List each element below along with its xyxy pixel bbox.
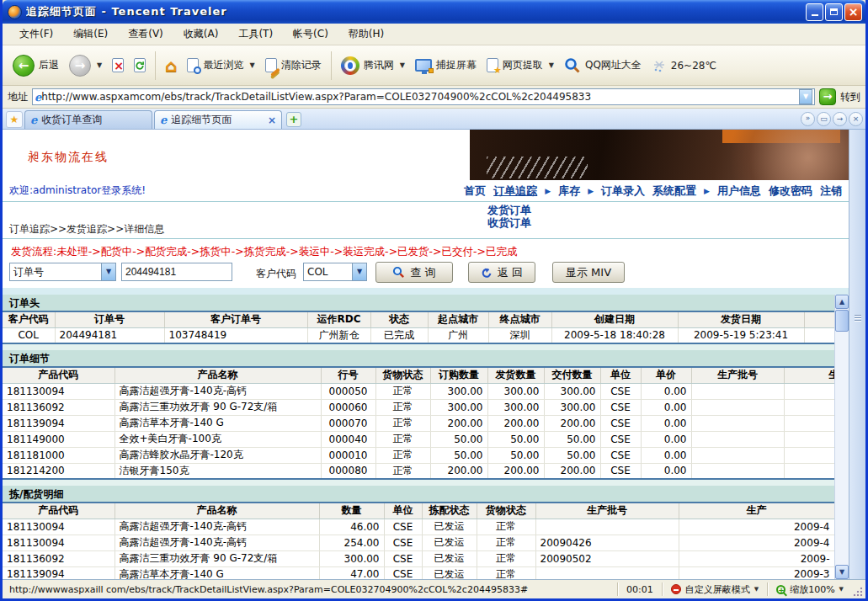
menu-item[interactable]: 查看(V) [118, 24, 173, 45]
return-button[interactable]: 返 回 [468, 262, 535, 283]
tables-scroll-region: 订单头客户代码订单号客户订单号运作RDC状态起点城市终点城市创建日期发货日期交付… [3, 295, 834, 579]
block-mode-control[interactable]: 自定义屏蔽模式 ▼ [663, 583, 767, 596]
table-cell [784, 383, 834, 399]
screen-capture-button[interactable]: 捕捉屏幕 [410, 55, 482, 76]
table-cell [535, 566, 679, 579]
table-row: 181149000全效+美白牙膏-100克000040正常50.0050.005… [3, 431, 834, 447]
collapse-chevron-button[interactable]: » [801, 112, 815, 126]
table-row: 181130094高露洁超强牙膏-140克-高钙46.00CSE已发运正常200… [3, 519, 834, 535]
block-mode-dropdown-icon[interactable]: ▼ [754, 586, 759, 593]
search-form: 订单号 ▼ 客户代码 COL ▼ 查 询 返 回 [3, 259, 849, 288]
qq-sites-button[interactable]: QQ网址大全 [559, 54, 647, 77]
nav-dropdown-item-receive-order[interactable]: 收货订单 [487, 216, 531, 229]
scroll-down-button[interactable]: ▼ [835, 565, 849, 579]
forward-icon: → [69, 55, 91, 77]
nav-item[interactable]: 系统配置 [652, 183, 696, 199]
divider-strip [3, 288, 849, 295]
tab-close-icon[interactable]: × [268, 114, 276, 126]
menu-item[interactable]: 收藏(A) [173, 24, 229, 45]
maximize-button[interactable] [825, 3, 843, 21]
home-button[interactable]: ⌂ [160, 52, 182, 79]
new-tab-button[interactable]: + [286, 112, 301, 127]
customer-code-select[interactable]: COL ▼ [303, 263, 367, 281]
panel-button[interactable]: ▭ [817, 112, 831, 126]
table-cell: CSE [600, 431, 641, 447]
address-input[interactable]: e http://www.aspxamcom/ebs/track/TrackDe… [32, 88, 815, 105]
chevron-down-icon: ▼ [101, 263, 115, 280]
address-dropdown-button[interactable]: ▼ [799, 89, 812, 104]
table-cell: 2009- [679, 550, 834, 566]
nav-item[interactable]: 库存 [558, 183, 580, 199]
ie-tab-icon: e [160, 114, 167, 126]
recent-history-button[interactable]: 最近浏览 ▼ [182, 55, 259, 76]
nav-dropdown-item-ship-order[interactable]: 发货订单 [487, 204, 531, 216]
weather-label: 26~28℃ [671, 60, 716, 72]
column-header: 订单号 [55, 311, 164, 327]
go-button[interactable]: → [819, 88, 836, 105]
recent-dropdown-icon[interactable]: ▼ [249, 61, 254, 69]
table-cell [691, 447, 784, 463]
favorites-star-button[interactable]: ★ [6, 111, 23, 128]
show-miv-button[interactable]: 显示 MIV [552, 262, 625, 283]
nav-item[interactable]: 订单追踪 [493, 183, 537, 199]
nav-item[interactable]: 修改密码 [769, 183, 812, 199]
table-cell [784, 431, 834, 447]
side-panel-strip[interactable] [849, 130, 865, 579]
tencent-site-button[interactable]: 腾讯网 ▼ [336, 53, 410, 78]
splitter-grip[interactable] [855, 315, 861, 321]
menu-item[interactable]: 帮助(H) [338, 24, 394, 45]
forward-dropdown-icon[interactable]: ▼ [97, 61, 102, 69]
page-extract-button[interactable]: ★ 网页提取 ▼ [482, 55, 559, 76]
menu-item[interactable]: 编辑(E) [63, 24, 118, 45]
nav-item[interactable]: 注销 [820, 183, 842, 199]
weather-widget[interactable]: 26~28℃ [647, 55, 722, 77]
close-button[interactable]: × [844, 3, 862, 21]
query-button[interactable]: 查 询 [375, 262, 453, 283]
tencent-dropdown-icon[interactable]: ▼ [400, 61, 405, 69]
menu-item[interactable]: 帐号(C) [283, 24, 338, 45]
minimize-button[interactable] [806, 3, 823, 21]
resize-grip[interactable] [852, 586, 864, 598]
nav-item[interactable]: 用户信息 [717, 183, 761, 199]
table-cell: 50.00 [487, 447, 544, 463]
table-cell: 181139094 [3, 566, 114, 579]
menu-item[interactable]: 工具(T) [228, 24, 283, 45]
nav-item[interactable]: 首页 [464, 183, 486, 199]
table-cell: 0.00 [641, 463, 691, 479]
close-panel-button[interactable]: × [849, 112, 863, 126]
forward-button[interactable]: → ▼ [64, 51, 107, 80]
table-cell: 广州 [428, 327, 488, 343]
table-cell: 204494181 [55, 327, 164, 343]
stop-button[interactable]: × [107, 55, 129, 76]
order-number-input[interactable] [121, 263, 232, 281]
table-cell: CSE [600, 415, 641, 431]
tab-track-detail-active[interactable]: e 追踪细节页面 × [154, 110, 282, 129]
table-row: 181139094高露洁草本牙膏-140 G000070正常200.00200.… [3, 415, 834, 431]
back-button[interactable]: ← 后退 [8, 51, 64, 80]
table-cell: 正常 [375, 399, 430, 415]
table-cell: 200.00 [487, 463, 544, 479]
zoom-dropdown-icon[interactable]: ▼ [839, 586, 844, 593]
table-cell: 全效+美白牙膏-100克 [114, 431, 321, 447]
extract-dropdown-icon[interactable]: ▼ [549, 61, 554, 69]
menu-item[interactable]: 文件(F) [9, 24, 63, 45]
back-label: 后退 [39, 58, 59, 72]
zoom-control[interactable]: + 缩放100% ▼ [768, 583, 852, 596]
scroll-up-button[interactable]: ▲ [835, 295, 849, 309]
table-cell: 300.00 [487, 383, 544, 399]
scrollbar-thumb[interactable] [835, 310, 849, 332]
welcome-text: 欢迎:administrator登录系统! [9, 183, 464, 198]
customer-code-value: COL [304, 266, 352, 278]
tab-receipt-order-query[interactable]: e 收货订单查询 [24, 110, 152, 129]
block-shield-icon [671, 584, 681, 594]
refresh-button[interactable] [129, 55, 151, 76]
clear-history-button[interactable]: 清除记录 [260, 55, 327, 76]
expand-button[interactable]: → [833, 112, 847, 126]
nav-item[interactable]: 订单录入 [601, 183, 645, 199]
table-cell: 0.00 [641, 447, 691, 463]
table-cell: 2009-4 [679, 535, 834, 550]
table-cell: 000050 [321, 383, 375, 399]
order-type-select[interactable]: 订单号 ▼ [9, 263, 116, 281]
content-scrollbar[interactable]: ▲ ▼ [834, 295, 849, 579]
status-url: http://wwwwaspxaill com/ebs/track/TrackD… [3, 584, 617, 595]
